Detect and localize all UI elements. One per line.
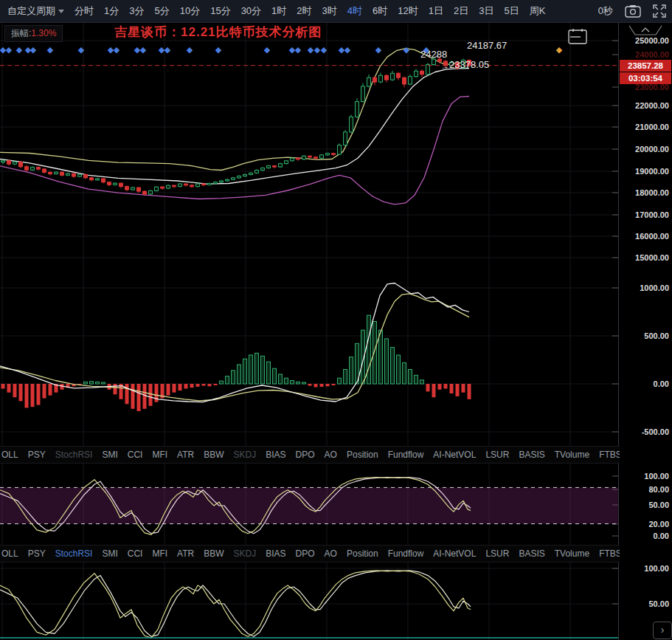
indicator-tab-smi[interactable]: SMI [102,450,117,460]
timeframe-5日[interactable]: 5日 [504,4,519,18]
timeframe-1日[interactable]: 1日 [429,4,443,18]
svg-text:◆: ◆ [295,45,302,54]
indicator-tab-skdj[interactable]: SKDJ [234,548,257,559]
indicator-tab-oll[interactable]: OLL [1,450,18,460]
svg-text:◆: ◆ [6,45,13,54]
indicator-tab-basis[interactable]: BASIS [519,548,544,559]
timeframe-1时[interactable]: 1时 [271,4,286,18]
indicator-tab-tvolume[interactable]: TVolume [555,450,589,460]
timeframe-周K[interactable]: 周K [530,4,546,18]
amplitude-readout: 振幅:1.30% [4,25,63,42]
axis-label: -500.00 [642,427,669,436]
countdown-badge: 03:03:54 [620,72,671,84]
indicator-tab-cci[interactable]: CCI [128,548,143,559]
axis-label: 20.00 [648,520,669,529]
indicator-tab-psy[interactable]: PSY [28,548,46,559]
top-toolbar: 自定义周期 分时1分3分5分10分15分30分1时2时3时4时6时12时1日2日… [0,0,672,23]
timeframe-2日[interactable]: 2日 [454,4,468,18]
svg-text:◆: ◆ [30,45,37,54]
indicator-tab-ai-netvol[interactable]: AI-NetVOL [433,450,476,460]
svg-text:◆: ◆ [78,45,85,54]
timeframe-3分[interactable]: 3分 [129,4,144,18]
timeframe-分时[interactable]: 分时 [75,4,94,18]
indicator-tab-mfi[interactable]: MFI [152,548,167,559]
indicator-tab-position[interactable]: Position [347,450,378,460]
axis-label: 16000.00 [635,232,669,241]
indicator-tab-cci[interactable]: CCI [128,450,143,460]
camera-icon[interactable] [625,4,641,18]
svg-text:◆: ◆ [16,45,23,54]
indicator-tab-dpo[interactable]: DPO [296,548,315,559]
indicator-tab-skdj[interactable]: SKDJ [234,450,257,460]
indicator-tab-ai-netvol[interactable]: AI-NetVOL [433,548,476,559]
chart-area: ◆◆◆◆◆◆◆◆◆◆◆◆◆◆◆◆◆◆◆◆◆◆◆◆◆◆◆ 振幅:1.30% 吉星谈… [0,22,672,640]
svg-text:◆: ◆ [556,45,563,54]
chevron-down-icon [58,10,64,13]
chevron-up-icon[interactable] [628,25,662,35]
indicator-tab-stochrsi[interactable]: StochRSI [55,450,93,460]
indicator-tab-mfi[interactable]: MFI [152,450,167,460]
axis-label: 0.00 [654,379,669,388]
axis-label: 19000.00 [635,167,669,176]
indicator-tab-tvolume[interactable]: TVolume [555,548,589,559]
period-menu[interactable]: 自定义周期 [7,4,64,18]
timeframe-30分[interactable]: 30分 [241,4,261,18]
axis-label: 1000.00 [640,283,669,292]
svg-text:◆: ◆ [47,45,54,54]
indicator-tab-row-1: OLLPSYStochRSISMICCIMFIATRBBWSKDJBIASDPO… [0,446,620,464]
axis-label: 25000.00 [635,36,669,45]
svg-text:◆: ◆ [164,45,171,54]
indicator-tab-ao[interactable]: AO [325,548,337,559]
axis-label: 50.00 [648,599,669,608]
timeframe-4时[interactable]: 4时 [347,4,362,18]
indicator-tab-psy[interactable]: PSY [28,450,46,460]
axis-label: 20000.00 [635,145,669,154]
indicator-tab-dpo[interactable]: DPO [296,450,315,460]
timeframe-3时[interactable]: 3时 [322,4,337,18]
indicator-tab-position[interactable]: Position [347,548,378,559]
axis-label: 0.00 [654,531,669,540]
indicator-tab-row-2: OLLPSYStochRSISMICCIMFIATRBBWSKDJBIASDPO… [0,545,620,562]
timeframe-3日[interactable]: 3日 [479,4,493,18]
calendar-icon[interactable] [568,28,587,44]
indicator-tab-oll[interactable]: OLL [1,548,18,559]
indicator-tab-basis[interactable]: BASIS [519,450,544,460]
indicator-tab-ftbs[interactable]: FTBS [599,450,620,460]
timeframe-1分[interactable]: 1分 [104,4,119,18]
svg-text:◆: ◆ [114,45,120,54]
page-title: 吉星谈币：12.21比特币技术分析图 [114,24,322,41]
timeframe-5分[interactable]: 5分 [154,4,169,18]
axis-label: 15000.00 [635,253,669,262]
indicator-tab-lsur[interactable]: LSUR [485,450,509,460]
indicator-tab-ftbs[interactable]: FTBS [599,548,620,559]
indicator-tab-stochrsi[interactable]: StochRSI [55,548,93,559]
indicator-tab-bias[interactable]: BIAS [266,450,285,460]
fullscreen-icon[interactable] [653,4,666,18]
svg-text:◆: ◆ [187,45,193,54]
indicator-tab-lsur[interactable]: LSUR [485,548,509,559]
svg-text:◆: ◆ [344,45,351,54]
axis-label: 18000.00 [635,188,669,197]
indicator-tab-bbw[interactable]: BBW [204,548,224,559]
timeframe-15分[interactable]: 15分 [210,4,230,18]
svg-text:◆: ◆ [140,45,147,54]
indicator-tab-atr[interactable]: ATR [177,450,194,460]
timeframe-12时[interactable]: 12时 [398,4,418,18]
indicator-tab-smi[interactable]: SMI [102,548,117,559]
indicator-tab-ao[interactable]: AO [325,450,337,460]
axis-label: 80.00 [648,485,669,494]
arrow-icon: → [440,61,449,72]
countdown-label: 0秒 [598,4,613,18]
indicator-tab-atr[interactable]: ATR [177,548,194,559]
timeframe-10分[interactable]: 10分 [180,4,200,18]
indicator-tab-bbw[interactable]: BBW [204,450,224,460]
indicator-tab-bias[interactable]: BIAS [266,548,285,559]
svg-text:◆: ◆ [321,45,328,54]
next-page-button[interactable]: › [653,622,672,639]
amplitude-value: 1.30% [31,28,56,38]
timeframe-2时[interactable]: 2时 [297,4,311,18]
indicator-tab-fundflow[interactable]: Fundflow [388,548,424,559]
indicator-tab-fundflow[interactable]: Fundflow [388,450,424,460]
price-axis[interactable]: 23857.28 03:03:54 24000.0023000.0025000.… [618,22,672,640]
timeframe-6时[interactable]: 6时 [373,4,387,18]
